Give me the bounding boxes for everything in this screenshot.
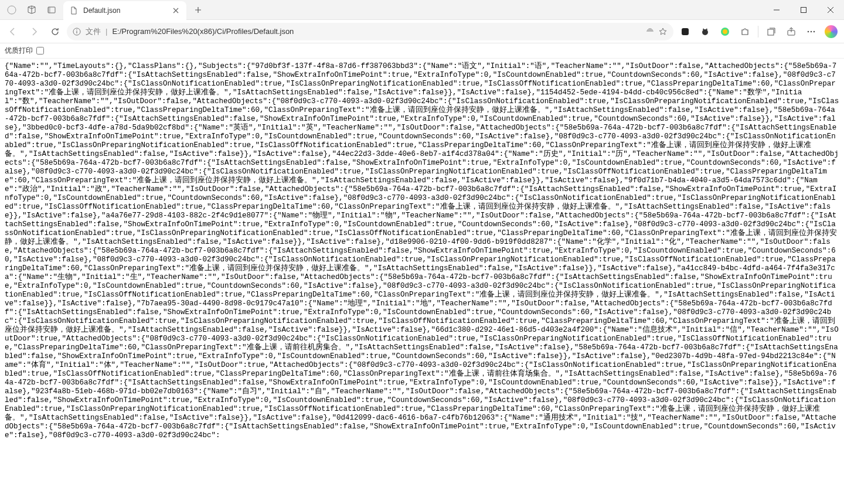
tab-strip-left xyxy=(0,0,63,19)
file-icon xyxy=(69,6,79,15)
minimize-button[interactable] xyxy=(763,0,790,19)
toolbar: 文件 | E:/Program%20Files%20(x86)/Ci/Profi… xyxy=(0,20,844,43)
address-separator: | xyxy=(106,27,107,36)
svg-point-12 xyxy=(808,30,809,32)
forward-button[interactable] xyxy=(25,22,43,41)
new-tab-button[interactable] xyxy=(190,2,206,18)
svg-point-9 xyxy=(723,29,727,34)
tab-actions-icon[interactable] xyxy=(43,2,60,18)
workspaces-icon[interactable] xyxy=(23,2,40,18)
tab-title: Default.json xyxy=(83,6,120,15)
svg-point-7 xyxy=(702,29,708,35)
svg-rect-2 xyxy=(48,7,50,13)
refresh-button[interactable] xyxy=(46,22,64,41)
print-bar: 优质打印 xyxy=(0,43,844,59)
toolbar-separator xyxy=(758,26,758,38)
extension-dark-icon[interactable] xyxy=(676,22,695,41)
copilot-icon[interactable] xyxy=(822,22,840,41)
extension-cat-icon[interactable] xyxy=(696,22,714,41)
svg-rect-3 xyxy=(801,7,806,12)
share-icon[interactable] xyxy=(782,22,801,41)
toolbar-right-icons xyxy=(676,22,840,41)
extensions-icon[interactable] xyxy=(736,22,754,41)
address-prefix: 文件 xyxy=(86,26,101,37)
profile-icon[interactable] xyxy=(4,2,20,18)
address-path: E:/Program%20Files%20(x86)/Ci/Profiles/D… xyxy=(112,27,294,36)
svg-point-14 xyxy=(814,30,815,32)
window-controls xyxy=(763,0,844,19)
pretty-print-label: 优质打印 xyxy=(5,46,33,56)
read-aloud-icon[interactable] xyxy=(645,27,655,36)
json-text[interactable]: {"Name":"","TimeLayouts":{},"ClassPlans"… xyxy=(5,62,839,440)
collections-icon[interactable] xyxy=(762,22,781,41)
maximize-button[interactable] xyxy=(790,0,817,19)
svg-point-13 xyxy=(811,30,812,32)
extension-color-icon[interactable] xyxy=(716,22,734,41)
tab-close-icon[interactable] xyxy=(171,6,181,15)
svg-point-5 xyxy=(76,29,77,30)
address-bar[interactable]: 文件 | E:/Program%20Files%20(x86)/Ci/Profi… xyxy=(67,23,673,40)
site-info-icon[interactable] xyxy=(73,28,81,36)
favorite-star-icon[interactable] xyxy=(658,27,668,36)
svg-rect-6 xyxy=(682,28,689,35)
window-close-button[interactable] xyxy=(817,0,844,19)
svg-rect-10 xyxy=(768,29,774,35)
pretty-print-checkbox[interactable] xyxy=(36,47,44,55)
browser-tab[interactable]: Default.json xyxy=(63,1,186,20)
page-content[interactable]: {"Name":"","TimeLayouts":{},"ClassPlans"… xyxy=(0,59,844,504)
svg-point-0 xyxy=(8,6,16,14)
settings-more-icon[interactable] xyxy=(802,22,821,41)
back-button[interactable] xyxy=(4,22,22,41)
title-bar: Default.json xyxy=(0,0,844,20)
